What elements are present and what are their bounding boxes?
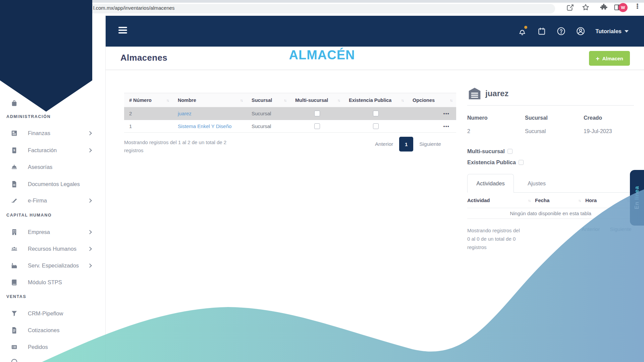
sidebar-item-crm-pipeflow[interactable]: CRM-Pipeflow	[0, 308, 106, 319]
sort-icon[interactable]: ↑↓	[528, 198, 530, 202]
sidebar-item-asesorias[interactable]: Asesorías	[0, 162, 106, 172]
sort-icon[interactable]: ↑↓	[337, 98, 340, 102]
sort-icon[interactable]: ↑↓	[166, 98, 169, 102]
col-opciones[interactable]: Opciones↑↓	[408, 98, 456, 103]
chevron-right-icon	[88, 148, 92, 153]
share-icon[interactable]	[566, 3, 575, 12]
col-multi-sucursal[interactable]: Multi-sucursal↑↓	[290, 98, 344, 103]
sidebar-item-recursos-humanos[interactable]: Recursos Humanos	[0, 243, 106, 254]
options-kebab-icon[interactable]: •••	[443, 124, 449, 129]
svg-text:$: $	[13, 148, 15, 152]
funnel-icon	[10, 310, 18, 317]
next-page-button[interactable]: Siguiente	[610, 226, 632, 232]
multi-sucursal-checkbox[interactable]	[507, 149, 513, 154]
notifications-bell-icon[interactable]	[518, 26, 527, 36]
browser-menu-kebab-icon[interactable]: •••	[635, 3, 640, 9]
table-row[interactable]: 1 Sistema Enkel Y Diseño Sucursal •••	[124, 120, 456, 133]
current-page-button[interactable]: 1	[399, 137, 413, 152]
sidebar-section-administracion: ADMINISTRACIÓN	[6, 114, 51, 119]
table-summary: Mostrando registros del 1 al 2 de un tot…	[124, 138, 235, 155]
help-icon[interactable]	[556, 26, 566, 36]
sidebar-item-empresa[interactable]: Empresa	[0, 227, 106, 237]
sort-icon[interactable]: ↑↓	[401, 98, 404, 102]
existencia-publica-field: Existencia Publica	[467, 159, 635, 166]
prev-page-button[interactable]: Anterior	[582, 226, 600, 232]
sidebar-item-cotizaciones[interactable]: Cotizaciones	[0, 325, 106, 336]
prev-page-button[interactable]: Anterior	[369, 141, 399, 147]
bookmark-star-icon[interactable]	[581, 3, 590, 12]
col-hora[interactable]: Hora↑↓	[585, 197, 634, 203]
sort-icon[interactable]: ↑↓	[284, 98, 286, 102]
chevron-right-icon	[88, 247, 92, 251]
field-numero: Numero 2	[467, 115, 487, 134]
chevron-down-icon	[625, 30, 629, 33]
order-icon	[10, 343, 18, 351]
multi-sucursal-checkbox[interactable]	[314, 111, 320, 116]
extensions-puzzle-icon[interactable]	[599, 3, 608, 12]
table-row[interactable]: 2 juarez Sucursal •••	[124, 107, 456, 120]
multi-sucursal-field: Multi-sucursal	[467, 148, 635, 155]
detail-panel: juarez Numero 2 Sucursal Sucursal Creado…	[467, 87, 635, 251]
calendar-icon[interactable]	[537, 26, 546, 36]
dome-icon	[10, 163, 18, 171]
col-nombre[interactable]: Nombre↑↓	[173, 98, 247, 103]
circle-icon	[10, 358, 18, 362]
sidebar-item-modulo-stps[interactable]: Módulo STPS	[0, 277, 106, 288]
quote-icon	[10, 326, 18, 334]
col-sucursal[interactable]: Sucursal↑↓	[247, 98, 290, 103]
sidebar-item-serv-especializados[interactable]: Serv. Especializados	[0, 260, 106, 271]
en-linea-tab[interactable]: En línea	[630, 170, 644, 226]
tab-actividades[interactable]: Actividades	[467, 174, 514, 193]
chevron-right-icon	[88, 263, 92, 268]
document-icon	[10, 180, 18, 188]
tutoriales-menu[interactable]: Tutoriales	[595, 28, 629, 35]
building-icon	[10, 228, 18, 236]
menu-icon[interactable]	[118, 27, 127, 34]
chevron-right-icon	[88, 198, 92, 203]
browser-chrome: l.com.mx/app/inventarios/almacenes W •••	[0, 0, 644, 15]
almacen-link[interactable]: juarez	[178, 111, 192, 116]
factory-icon	[10, 262, 18, 269]
existencia-publica-checkbox[interactable]	[373, 111, 379, 116]
empty-table-message: Ningún dato disponible en esta tabla	[467, 208, 634, 219]
user-avatar-icon[interactable]	[576, 26, 585, 36]
multi-sucursal-checkbox[interactable]	[314, 123, 320, 129]
sidebar-item-finanzas[interactable]: Finanzas	[0, 128, 106, 138]
col-fecha[interactable]: Fecha↑↓	[535, 197, 585, 203]
book-icon	[10, 279, 18, 286]
existencia-publica-checkbox[interactable]	[373, 123, 379, 129]
invoice-icon: $	[10, 146, 18, 154]
tab-ajustes[interactable]: Ajustes	[518, 174, 555, 193]
field-sucursal: Sucursal Sucursal	[525, 115, 548, 134]
col-actividad[interactable]: Actividad↑↓	[467, 197, 535, 203]
sidebar-item-pedidos[interactable]: Pedidos	[0, 342, 106, 352]
field-creado: Creado 19-Jul-2023	[584, 115, 612, 134]
banner-title: ALMACÉN	[0, 48, 644, 62]
browser-profile-avatar[interactable]: W	[619, 3, 628, 12]
activity-pagination: Anterior Siguiente	[582, 226, 632, 232]
activity-summary: Mostrando registros del 0 al 0 de un tot…	[467, 226, 534, 251]
url-text[interactable]: l.com.mx/app/inventarios/almacenes	[93, 5, 175, 11]
sort-icon[interactable]: ↑↓	[627, 198, 629, 202]
existencia-publica-checkbox[interactable]	[519, 160, 524, 165]
sort-icon[interactable]: ↑↓	[450, 98, 452, 102]
col-existencia-publica[interactable]: Existencia Publica↑↓	[344, 98, 408, 103]
options-kebab-icon[interactable]: •••	[443, 111, 449, 116]
en-linea-label: En línea	[634, 186, 640, 209]
chevron-right-icon	[88, 230, 92, 234]
sidebar-item-e-firma[interactable]: e-Firma	[0, 195, 106, 206]
sidebar-item-cutoff[interactable]	[0, 356, 106, 362]
col-numero[interactable]: # Número↑↓	[124, 98, 173, 103]
sidebar-section-capital-humano: CAPITAL HUMANO	[6, 213, 52, 218]
sort-icon[interactable]: ↑↓	[578, 198, 581, 202]
browser-tab-strip	[0, 0, 644, 3]
next-page-button[interactable]: Siguiente	[413, 141, 447, 147]
sidebar-item-documentos-legales[interactable]: Documentos Legales	[0, 179, 106, 189]
almacenes-table: # Número↑↓ Nombre↑↓ Sucursal↑↓ Multi-suc…	[124, 93, 456, 133]
chevron-right-icon	[88, 131, 92, 135]
pagination: Anterior 1 Siguiente	[369, 137, 456, 152]
almacen-link[interactable]: Sistema Enkel Y Diseño	[178, 123, 231, 129]
sort-icon[interactable]: ↑↓	[240, 98, 243, 102]
sidebar-item-facturacion[interactable]: $ Facturación	[0, 145, 106, 156]
newspaper-icon	[10, 129, 18, 137]
